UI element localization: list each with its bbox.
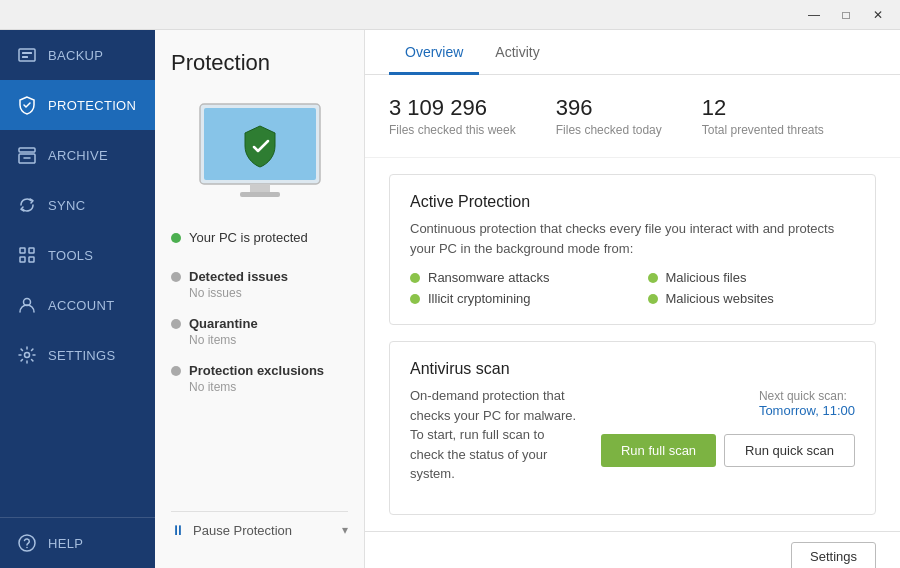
svg-point-13 (26, 547, 28, 549)
protection-status: Your PC is protected (171, 230, 348, 245)
pause-label: Pause Protection (193, 523, 292, 538)
protection-icon (16, 94, 38, 116)
bottom-bar: Settings (365, 531, 900, 569)
svg-rect-7 (29, 248, 34, 253)
pause-protection-bar[interactable]: ⏸ Pause Protection ▾ (171, 511, 348, 548)
antivirus-card-inner: Antivirus scan On-demand protection that… (410, 360, 855, 496)
feature-cryptomining-label: Illicit cryptomining (428, 291, 531, 306)
stat-today-label: Files checked today (556, 123, 662, 137)
sidebar-label-archive: ARCHIVE (48, 148, 108, 163)
settings-icon (16, 344, 38, 366)
sidebar-bottom: HELP (0, 517, 155, 568)
content-area: Protection (155, 30, 900, 568)
feature-dot (648, 294, 658, 304)
stat-today-value: 396 (556, 95, 662, 121)
svg-rect-3 (19, 148, 35, 152)
run-full-scan-button[interactable]: Run full scan (601, 434, 716, 467)
feature-malicious-files-label: Malicious files (666, 270, 747, 285)
sidebar-label-protection: PROTECTION (48, 98, 136, 113)
dot-exclusions (171, 366, 181, 376)
detected-issues-label: Detected issues (189, 269, 288, 284)
svg-rect-1 (22, 52, 32, 54)
help-icon (16, 532, 38, 554)
status-dot-green (171, 233, 181, 243)
sidebar-item-help[interactable]: HELP (0, 518, 155, 568)
sidebar-item-settings[interactable]: SETTINGS (0, 330, 155, 380)
stats-row: 3 109 296 Files checked this week 396 Fi… (365, 75, 900, 158)
feature-dot (410, 294, 420, 304)
page-title: Protection (171, 50, 348, 76)
sidebar-label-sync: SYNC (48, 198, 85, 213)
exclusions-label: Protection exclusions (189, 363, 324, 378)
svg-rect-17 (240, 192, 280, 197)
active-protection-card: Active Protection Continuous protection … (389, 174, 876, 325)
stat-week: 3 109 296 Files checked this week (389, 95, 516, 137)
tab-overview[interactable]: Overview (389, 30, 479, 75)
chevron-down-icon: ▾ (342, 523, 348, 537)
next-scan-time: Tomorrow, 11:00 (759, 403, 855, 418)
feature-dot (410, 273, 420, 283)
tab-activity[interactable]: Activity (479, 30, 555, 75)
account-icon (16, 294, 38, 316)
app-container: BACKUP PROTECTION ARCHIVE (0, 30, 900, 568)
sync-icon (16, 194, 38, 216)
feature-malicious-websites-label: Malicious websites (666, 291, 774, 306)
sidebar-item-sync[interactable]: SYNC (0, 180, 155, 230)
sidebar-item-tools[interactable]: TOOLS (0, 230, 155, 280)
svg-rect-0 (19, 49, 35, 61)
next-scan-label: Next quick scan: (759, 389, 855, 403)
feature-malicious-websites: Malicious websites (648, 291, 856, 306)
active-protection-desc: Continuous protection that checks every … (410, 219, 855, 258)
stat-week-value: 3 109 296 (389, 95, 516, 121)
antivirus-left: Antivirus scan On-demand protection that… (410, 360, 581, 496)
stat-week-label: Files checked this week (389, 123, 516, 137)
sidebar: BACKUP PROTECTION ARCHIVE (0, 30, 155, 568)
sidebar-label-settings: SETTINGS (48, 348, 115, 363)
svg-rect-6 (20, 248, 25, 253)
settings-button[interactable]: Settings (791, 542, 876, 569)
svg-point-11 (25, 353, 30, 358)
left-menu-exclusions[interactable]: Protection exclusions No items (171, 363, 348, 394)
maximize-button[interactable]: □ (832, 4, 860, 26)
antivirus-desc: On-demand protection that checks your PC… (410, 386, 581, 484)
feature-malicious-files: Malicious files (648, 270, 856, 285)
features-grid: Ransomware attacks Malicious files Illic… (410, 270, 855, 306)
exclusions-sub: No items (189, 380, 348, 394)
sidebar-item-backup[interactable]: BACKUP (0, 30, 155, 80)
sidebar-label-account: ACCOUNT (48, 298, 114, 313)
stat-threats-label: Total prevented threats (702, 123, 824, 137)
svg-rect-2 (22, 56, 28, 58)
stat-today: 396 Files checked today (556, 95, 662, 137)
active-protection-title: Active Protection (410, 193, 855, 211)
sidebar-label-tools: TOOLS (48, 248, 93, 263)
feature-cryptomining: Illicit cryptomining (410, 291, 618, 306)
antivirus-title: Antivirus scan (410, 360, 581, 378)
run-quick-scan-button[interactable]: Run quick scan (724, 434, 855, 467)
sidebar-item-protection[interactable]: PROTECTION (0, 80, 155, 130)
pause-icon: ⏸ (171, 522, 185, 538)
status-text: Your PC is protected (189, 230, 308, 245)
sidebar-label-backup: BACKUP (48, 48, 103, 63)
close-button[interactable]: ✕ (864, 4, 892, 26)
monitor-illustration (190, 96, 330, 206)
left-menu-detected-issues[interactable]: Detected issues No issues (171, 269, 348, 300)
window-controls: — □ ✕ (800, 4, 892, 26)
stat-threats-value: 12 (702, 95, 824, 121)
svg-rect-16 (250, 184, 270, 192)
minimize-button[interactable]: — (800, 4, 828, 26)
svg-rect-9 (29, 257, 34, 262)
dot-quarantine (171, 319, 181, 329)
quarantine-sub: No items (189, 333, 348, 347)
feature-ransomware-label: Ransomware attacks (428, 270, 549, 285)
sidebar-item-account[interactable]: ACCOUNT (0, 280, 155, 330)
title-bar: — □ ✕ (0, 0, 900, 30)
sidebar-label-help: HELP (48, 536, 83, 551)
svg-rect-8 (20, 257, 25, 262)
sidebar-item-archive[interactable]: ARCHIVE (0, 130, 155, 180)
detected-issues-sub: No issues (189, 286, 348, 300)
left-menu-quarantine[interactable]: Quarantine No items (171, 316, 348, 347)
panels-area: Active Protection Continuous protection … (365, 158, 900, 531)
feature-dot (648, 273, 658, 283)
right-panel: Overview Activity 3 109 296 Files checke… (365, 30, 900, 568)
left-panel: Protection (155, 30, 365, 568)
